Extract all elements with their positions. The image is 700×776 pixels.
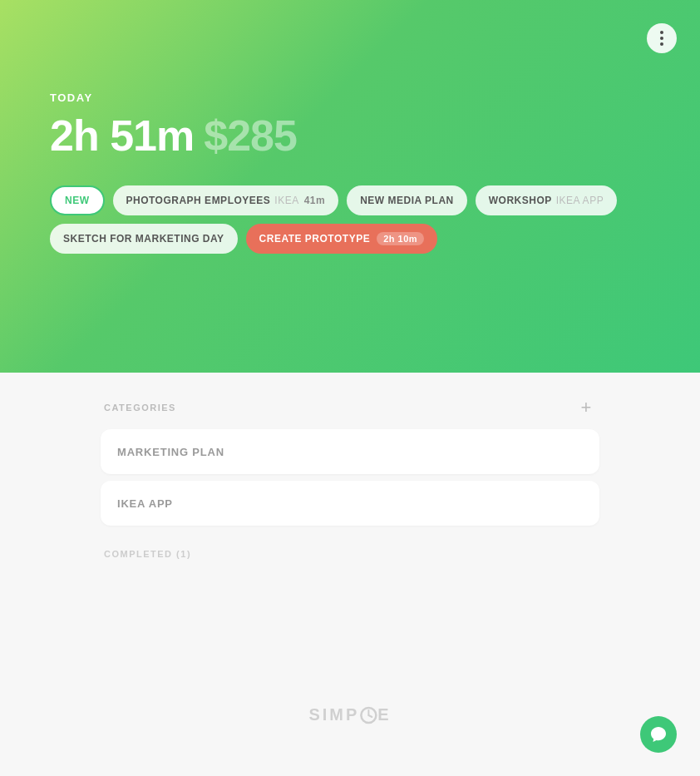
category-name-ikea: IKEA APP [117, 497, 173, 510]
tag-photograph-label: PHOTOGRAPH EMPLOYEES [126, 195, 271, 206]
tag-photograph-client: IKEA [274, 195, 298, 206]
more-dots-icon [660, 31, 663, 46]
tag-sketch[interactable]: SKETCH FOR MARKETING DAY [50, 224, 238, 254]
logo-text-after: E [377, 705, 391, 724]
tag-create-label: CREATE PROTOTYPE [259, 233, 371, 245]
today-label: TODAY [50, 91, 650, 104]
tag-sketch-label: SKETCH FOR MARKETING DAY [63, 233, 224, 245]
tag-workshop-client: IKEA APP [556, 195, 604, 206]
time-value: 2h 51m [50, 111, 194, 161]
logo-clock-icon [359, 706, 377, 724]
category-item-ikea[interactable]: IKEA APP [101, 481, 599, 526]
add-category-button[interactable]: + [576, 398, 596, 418]
tag-create[interactable]: CREATE PROTOTYPE 2h 10m [246, 224, 438, 254]
svg-line-2 [368, 715, 372, 717]
tags-row: NEW PHOTOGRAPH EMPLOYEES IKEA 41m NEW ME… [50, 185, 650, 254]
tag-photograph-time: 41m [304, 195, 326, 206]
tag-new-label: NEW [65, 195, 90, 206]
more-options-button[interactable] [647, 23, 677, 53]
tag-workshop[interactable]: WORKSHOP IKEA APP [476, 185, 617, 215]
tag-workshop-label: WORKSHOP [489, 195, 552, 206]
logo-text-before: SIMP [308, 705, 359, 724]
category-name-marketing: MARKETING PLAN [117, 446, 224, 458]
page-wrapper: TODAY 2h 51m $285 NEW PHOTOGRAPH EMPLOYE… [0, 0, 700, 776]
tag-new-media-label: NEW MEDIA PLAN [360, 195, 454, 206]
tag-photograph[interactable]: PHOTOGRAPH EMPLOYEES IKEA 41m [113, 185, 339, 215]
logo: SIMP E [308, 705, 391, 724]
categories-label: CATEGORIES [104, 403, 176, 413]
plus-icon: + [581, 398, 592, 417]
header-section: TODAY 2h 51m $285 NEW PHOTOGRAPH EMPLOYE… [0, 0, 700, 373]
completed-label: COMPLETED (1) [104, 549, 191, 559]
tag-create-time: 2h 10m [377, 232, 424, 245]
category-item-marketing[interactable]: MARKETING PLAN [101, 429, 599, 474]
tag-new[interactable]: NEW [50, 185, 105, 215]
categories-header: CATEGORIES + [101, 398, 599, 418]
money-value: $285 [204, 111, 297, 161]
completed-header: COMPLETED (1) [101, 532, 599, 561]
chat-button[interactable] [640, 716, 677, 753]
chat-icon [649, 725, 668, 744]
categories-container: CATEGORIES + MARKETING PLAN IKEA APP COM… [101, 398, 599, 561]
tag-new-media[interactable]: NEW MEDIA PLAN [347, 185, 467, 215]
time-display: 2h 51m $285 [50, 111, 650, 161]
